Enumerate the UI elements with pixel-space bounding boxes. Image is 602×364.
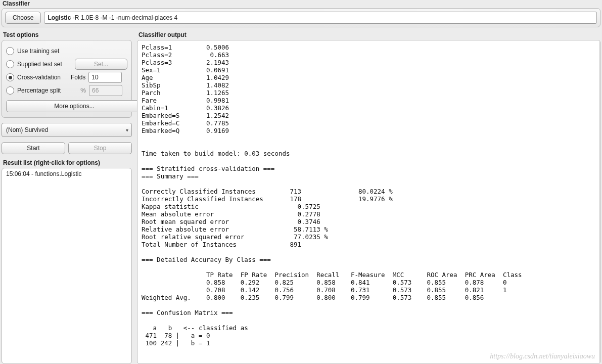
classifier-group-title: Classifier	[3, 0, 600, 7]
test-options-title: Test options	[3, 31, 132, 38]
opt-cross-validation[interactable]: Cross-validation Folds 10	[6, 71, 127, 84]
chevron-down-icon: ▾	[126, 127, 128, 133]
classifier-row: Choose Logistic -R 1.0E-8 -M -1 -num-dec…	[2, 8, 600, 27]
more-options-button[interactable]: More options...	[6, 100, 143, 112]
classifier-config-field[interactable]: Logistic -R 1.0E-8 -M -1 -num-decimal-pl…	[44, 12, 597, 24]
set-testfile-button[interactable]: Set...	[75, 59, 127, 70]
percent-label: %	[71, 87, 86, 94]
radio-icon	[6, 73, 14, 81]
percent-input[interactable]: 66	[89, 85, 122, 96]
choose-classifier-button[interactable]: Choose	[5, 12, 41, 24]
folds-label: Folds	[71, 74, 85, 81]
classifier-output-title: Classifier output	[138, 31, 600, 38]
opt-label: Percentage split	[17, 87, 68, 94]
classifier-config-text: Logistic -R 1.0E-8 -M -1 -num-decimal-pl…	[48, 14, 177, 21]
result-list-title: Result list (right-click for options)	[3, 159, 132, 166]
test-options-section: Test options Use training set Supplied t…	[2, 31, 132, 118]
class-attribute-combo[interactable]: (Nom) Survived ▾	[2, 123, 132, 137]
start-stop-row: Start Stop	[2, 142, 132, 154]
classifier-group: Classifier Choose Logistic -R 1.0E-8 -M …	[2, 0, 600, 27]
result-list[interactable]: 15:06:04 - functions.Logistic	[2, 168, 132, 364]
opt-label: Use training set	[17, 48, 59, 55]
start-button[interactable]: Start	[2, 142, 65, 154]
opt-label: Cross-validation	[17, 74, 68, 81]
radio-icon	[6, 60, 14, 68]
columns: Test options Use training set Supplied t…	[0, 31, 602, 364]
opt-label: Supplied test set	[17, 61, 72, 68]
result-list-section: Result list (right-click for options) 15…	[2, 159, 132, 364]
classifier-output-section: Classifier output Pclass=1 0.5006 Pclass…	[137, 31, 600, 364]
right-column: Classifier output Pclass=1 0.5006 Pclass…	[137, 31, 600, 364]
result-list-item[interactable]: 15:06:04 - functions.Logistic	[2, 168, 131, 179]
classifier-output-text: Pclass=1 0.5006 Pclass=2 0.663 Pclass=3 …	[142, 43, 597, 347]
radio-icon	[6, 47, 14, 55]
more-options-row: More options...	[6, 100, 127, 112]
folds-input[interactable]: 10	[88, 72, 122, 83]
weka-classify-panel: Classifier Choose Logistic -R 1.0E-8 -M …	[0, 0, 602, 364]
panel-edge	[599, 40, 600, 363]
watermark-text: https://blog.csdn.net/tianyaleixiaowu	[490, 352, 595, 360]
stop-button[interactable]: Stop	[68, 142, 132, 154]
classifier-output-box[interactable]: Pclass=1 0.5006 Pclass=2 0.663 Pclass=3 …	[137, 40, 600, 364]
opt-supplied-test-set[interactable]: Supplied test set Set...	[6, 58, 127, 71]
opt-percentage-split[interactable]: Percentage split % 66	[6, 84, 127, 97]
test-options-panel: Use training set Supplied test set Set..…	[2, 40, 132, 118]
radio-icon	[6, 86, 14, 95]
left-column: Test options Use training set Supplied t…	[2, 31, 132, 364]
opt-training-set[interactable]: Use training set	[6, 44, 127, 58]
class-attribute-value: (Nom) Survived	[6, 126, 48, 133]
